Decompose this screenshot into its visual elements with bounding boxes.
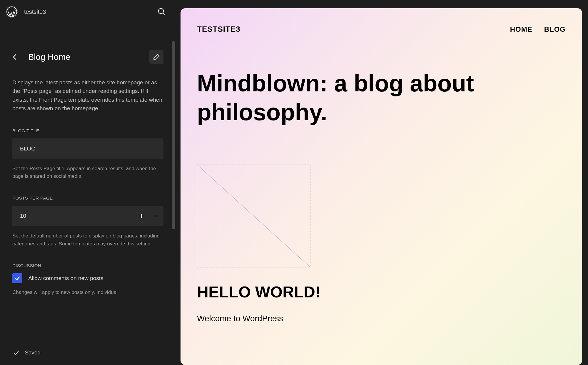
check-icon <box>12 349 20 356</box>
allow-comments-checkbox[interactable] <box>12 273 22 283</box>
preview-nav: HOME BLOG <box>510 25 566 34</box>
posts-per-page-help: Set the default number of posts to displ… <box>12 232 163 248</box>
allow-comments-row: Allow comments on new posts <box>12 273 163 283</box>
preview-post-body: Welcome to WordPress <box>197 314 566 323</box>
svg-point-2 <box>158 9 164 14</box>
blog-title-label: BLOG TITLE <box>12 128 163 133</box>
preview-nav-home[interactable]: HOME <box>510 25 532 34</box>
blog-title-help: Set the Posts Page title. Appears in sea… <box>12 165 163 180</box>
svg-line-3 <box>163 13 165 15</box>
sidebar-scrollbar-thumb[interactable] <box>172 41 175 229</box>
posts-per-page-control <box>12 206 163 226</box>
decrement-button[interactable] <box>149 206 163 226</box>
saved-label: Saved <box>25 349 41 356</box>
increment-button[interactable] <box>134 206 149 226</box>
preview-post-title[interactable]: HELLO WORLD! <box>197 282 566 302</box>
sidebar-topbar: testsite3 <box>0 0 176 24</box>
chevron-left-icon <box>11 53 19 61</box>
preview-site-title[interactable]: TESTSITE3 <box>197 25 240 34</box>
panel-header: Blog Home <box>12 50 163 64</box>
blog-title-input[interactable] <box>12 138 163 159</box>
preview-pane: TESTSITE3 HOME BLOG Mindblown: a blog ab… <box>179 0 588 365</box>
check-icon <box>14 275 21 282</box>
preview-hero-heading: Mindblown: a blog about philosophy. <box>197 69 491 126</box>
preview-image-placeholder[interactable] <box>197 165 310 267</box>
edit-button[interactable] <box>149 50 163 64</box>
preview-canvas[interactable]: TESTSITE3 HOME BLOG Mindblown: a blog ab… <box>181 8 582 365</box>
panel-header-left: Blog Home <box>12 52 70 62</box>
preview-header: TESTSITE3 HOME BLOG <box>197 25 566 34</box>
posts-per-page-input[interactable] <box>12 206 134 226</box>
saved-bar: Saved <box>0 340 176 365</box>
panel-description: Displays the latest posts as either the … <box>12 78 163 113</box>
wordpress-logo-icon[interactable] <box>6 6 18 18</box>
editor-sidebar: testsite3 Blog Home Displays the latest … <box>0 0 179 365</box>
back-button[interactable] <box>11 53 19 61</box>
search-button[interactable] <box>156 6 168 18</box>
posts-per-page-label: POSTS PER PAGE <box>12 195 163 200</box>
minus-icon <box>153 212 160 220</box>
pencil-icon <box>153 53 160 61</box>
sidebar-scrollbar[interactable] <box>171 0 176 365</box>
svg-point-0 <box>6 6 18 18</box>
search-icon <box>157 7 166 16</box>
plus-icon <box>138 212 145 220</box>
site-brand: testsite3 <box>6 6 46 18</box>
panel-title: Blog Home <box>28 52 70 62</box>
preview-nav-blog[interactable]: BLOG <box>544 25 566 34</box>
allow-comments-label: Allow comments on new posts <box>28 275 103 282</box>
sidebar-body: Blog Home Displays the latest posts as e… <box>0 24 176 340</box>
discussion-label: DISCUSSION <box>12 263 163 268</box>
site-name: testsite3 <box>24 9 46 15</box>
discussion-help: Changes will apply to new posts only. In… <box>12 289 163 296</box>
